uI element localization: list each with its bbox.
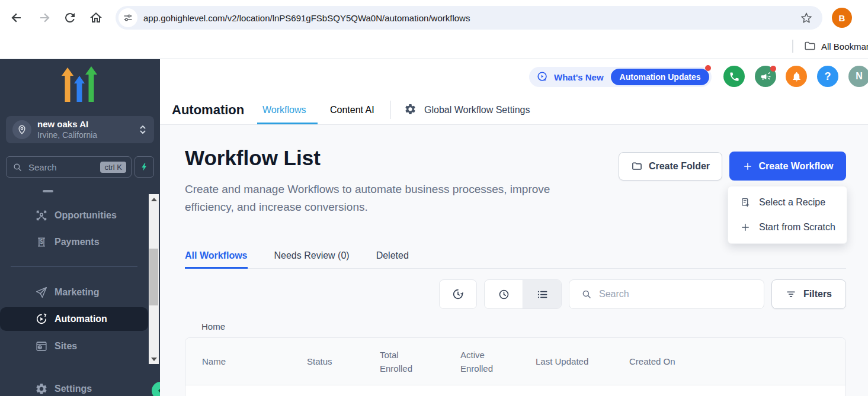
account-name: new oaks AI bbox=[37, 119, 97, 130]
svg-text:$: $ bbox=[40, 239, 43, 245]
address-bar[interactable]: app.gohighlevel.com/v2/location/lnPS691g… bbox=[116, 6, 822, 30]
whats-new-label: What's New bbox=[554, 72, 604, 82]
header-divider bbox=[390, 101, 390, 119]
notifications-button[interactable] bbox=[786, 66, 807, 87]
bell-icon bbox=[791, 71, 802, 82]
scrollbar-down-arrow[interactable] bbox=[149, 354, 159, 364]
account-switcher[interactable]: new oaks AI Irvine, California bbox=[6, 116, 154, 143]
list-view-button[interactable] bbox=[523, 280, 561, 308]
sidebar-item-label: Marketing bbox=[55, 287, 100, 298]
recipe-icon bbox=[740, 197, 751, 208]
bookmark-star-icon[interactable] bbox=[800, 11, 813, 24]
menu-item-start-from-scratch[interactable]: Start from Scratch bbox=[728, 215, 847, 240]
phone-icon bbox=[729, 71, 740, 82]
whats-new-button[interactable]: What's New Automation Updates bbox=[529, 67, 712, 87]
sidebar-search[interactable]: ctrl K bbox=[6, 156, 132, 178]
menu-item-label: Select a Recipe bbox=[759, 197, 825, 208]
sidebar-item-label: Opportunities bbox=[55, 210, 117, 221]
scrollbar-thumb[interactable] bbox=[149, 249, 158, 305]
user-avatar[interactable]: N bbox=[848, 66, 868, 87]
content-area: Workflow List Create and manage Workflow… bbox=[160, 125, 868, 396]
account-location: Irvine, California bbox=[37, 130, 97, 141]
column-header-status: Status bbox=[307, 355, 380, 368]
tab-workflows[interactable]: Workflows bbox=[262, 105, 306, 115]
forward-icon[interactable] bbox=[37, 11, 52, 25]
all-bookmarks-button[interactable]: All Bookmarks bbox=[803, 40, 868, 53]
automation-icon bbox=[34, 313, 49, 326]
plus-icon bbox=[740, 222, 751, 233]
sidebar-scrollbar[interactable] bbox=[149, 194, 159, 364]
site-settings-icon[interactable] bbox=[118, 8, 137, 27]
history-clock-icon bbox=[451, 288, 465, 301]
automation-updates-badge[interactable]: Automation Updates bbox=[611, 69, 710, 85]
workflow-table: Name Status Total Enrolled Active Enroll… bbox=[185, 337, 846, 396]
sidebar-item-sites[interactable]: Sites bbox=[0, 335, 148, 358]
payments-icon: $ bbox=[34, 236, 49, 249]
execution-logs-button[interactable] bbox=[439, 279, 477, 309]
create-workflow-button[interactable]: Create Workflow bbox=[729, 152, 846, 181]
workflow-list-title: Workflow List bbox=[185, 146, 321, 170]
bookmarks-bar: All Bookmarks bbox=[0, 34, 868, 59]
tab-content-ai[interactable]: Content AI bbox=[330, 105, 374, 115]
column-header-name: Name bbox=[202, 355, 307, 368]
sites-icon bbox=[34, 340, 49, 353]
profile-initial: B bbox=[839, 13, 845, 23]
sidebar-item-label: Payments bbox=[55, 237, 100, 247]
location-pin-icon bbox=[12, 120, 31, 139]
create-folder-button[interactable]: Create Folder bbox=[619, 152, 722, 181]
sidebar-item-label: Settings bbox=[55, 384, 92, 394]
paper-plane-icon bbox=[34, 286, 49, 299]
reload-icon[interactable] bbox=[63, 11, 77, 25]
search-icon bbox=[12, 162, 23, 172]
bookmarks-divider bbox=[792, 40, 793, 53]
plus-icon bbox=[742, 161, 753, 172]
sidebar-item-settings[interactable]: Settings bbox=[0, 378, 148, 396]
settings-gear-icon[interactable] bbox=[404, 103, 417, 115]
browser-chrome: app.gohighlevel.com/v2/location/lnPS691g… bbox=[0, 0, 868, 59]
folder-icon bbox=[803, 40, 816, 53]
url-text: app.gohighlevel.com/v2/location/lnPS691g… bbox=[143, 13, 470, 23]
column-header-total-enrolled: Total Enrolled bbox=[380, 348, 460, 375]
back-icon[interactable] bbox=[9, 11, 24, 25]
phone-button[interactable] bbox=[723, 66, 745, 87]
tab-all-workflows[interactable]: All Workflows bbox=[185, 246, 248, 268]
sidebar-divider bbox=[11, 266, 137, 267]
sidebar-item-opportunities[interactable]: Opportunities bbox=[0, 204, 148, 227]
sidebar-item-payments[interactable]: $ Payments bbox=[0, 231, 148, 253]
search-icon bbox=[581, 289, 592, 300]
sidebar-item-label: Automation bbox=[55, 314, 107, 324]
sidebar-item-automation[interactable]: Automation bbox=[0, 307, 148, 331]
menu-item-select-recipe[interactable]: Select a Recipe bbox=[728, 190, 847, 215]
workflow-search[interactable] bbox=[569, 279, 764, 309]
sidebar-item-marketing[interactable]: Marketing bbox=[0, 281, 148, 304]
help-button[interactable]: ? bbox=[817, 66, 838, 87]
history-view-button[interactable] bbox=[485, 280, 523, 308]
filters-button[interactable]: Filters bbox=[771, 279, 846, 309]
notification-dot bbox=[705, 65, 711, 71]
keyboard-shortcut-badge: ctrl K bbox=[100, 162, 126, 173]
workflow-search-input[interactable] bbox=[598, 288, 740, 300]
quick-actions-button[interactable] bbox=[134, 156, 154, 178]
column-header-created-on: Created On bbox=[629, 355, 675, 368]
sidebar-item-label: Sites bbox=[55, 341, 77, 352]
avatar-initial: N bbox=[856, 71, 863, 82]
opportunities-icon bbox=[34, 209, 49, 222]
gohighlevel-logo bbox=[60, 66, 100, 108]
screen: app.gohighlevel.com/v2/location/lnPS691g… bbox=[0, 0, 868, 396]
scrollbar-up-arrow[interactable] bbox=[149, 194, 159, 204]
tab-deleted[interactable]: Deleted bbox=[376, 246, 409, 268]
tab-needs-review[interactable]: Needs Review (0) bbox=[274, 246, 350, 268]
megaphone-icon bbox=[760, 71, 771, 82]
announcements-button[interactable] bbox=[755, 66, 776, 87]
column-header-active-enrolled: Active Enrolled bbox=[460, 348, 536, 375]
workflow-list-description: Create and manage Workflows to automate … bbox=[185, 181, 600, 216]
breadcrumb[interactable]: Home bbox=[201, 321, 225, 331]
global-workflow-settings-link[interactable]: Global Workflow Settings bbox=[424, 105, 530, 115]
column-header-last-updated: Last Updated bbox=[536, 355, 629, 368]
sidebar-search-input[interactable] bbox=[27, 162, 91, 173]
browser-profile-avatar[interactable]: B bbox=[832, 8, 852, 28]
create-workflow-menu: Select a Recipe Start from Scratch bbox=[728, 186, 847, 244]
question-mark-icon: ? bbox=[825, 70, 831, 83]
whats-new-icon bbox=[536, 70, 549, 83]
home-icon[interactable] bbox=[89, 11, 103, 25]
